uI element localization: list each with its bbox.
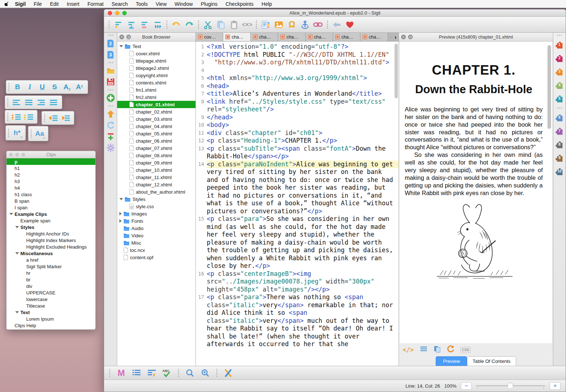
indent-button[interactable]: [59, 112, 72, 123]
clip-item-h3[interactable]: h3: [7, 178, 95, 185]
link-icon[interactable]: [312, 19, 324, 31]
align-justify-button[interactable]: [47, 97, 60, 108]
close-panel-icon[interactable]: ×: [119, 35, 124, 39]
menu-item-help[interactable]: Help: [262, 1, 272, 7]
clip-item-h1-class[interactable]: h1 class: [7, 191, 95, 198]
inspect-code-icon[interactable]: </>: [403, 346, 414, 353]
align-center-button[interactable]: [23, 97, 35, 108]
tree-item-chapter-06-xhtml[interactable]: chapter_06.xhtml: [117, 137, 195, 144]
tree-item-chapter-05-xhtml[interactable]: chapter_05.xhtml: [117, 130, 195, 137]
clips-title-bar[interactable]: Clips: [7, 151, 95, 158]
clip-item-highlight-anchor-ids[interactable]: Highlight Anchor IDs: [7, 230, 95, 237]
menu-item-checkpoints[interactable]: Checkpoints: [225, 1, 253, 7]
tree-item-chapter-10-xhtml[interactable]: chapter_10.xhtml: [117, 166, 195, 174]
expand-arrow-icon[interactable]: [15, 311, 19, 313]
code-line-4[interactable]: 4: [196, 67, 399, 75]
change-case-button[interactable]: Aa⌄: [33, 128, 46, 139]
code-text[interactable]: <p class="Heading-1">CHAPTER 1.</p>: [207, 137, 399, 145]
code-line-5[interactable]: 5<html xmlns="http://www.w3.org/1999/xht…: [196, 74, 399, 82]
code-line-9[interactable]: 9</head>: [196, 114, 399, 122]
tree-item-chapter-01-xhtml[interactable]: chapter_01.xhtml: [117, 101, 195, 108]
clip-item-h1[interactable]: h1: [7, 165, 95, 171]
drag-handle-icon[interactable]: [30, 128, 32, 139]
add-existing-files-icon[interactable]: [106, 94, 115, 102]
tree-item-chapter-12-xhtml[interactable]: chapter_12.xhtml: [117, 181, 195, 188]
new-epub2-icon[interactable]: 2: [106, 39, 115, 48]
clip-item-b-span[interactable]: B span: [7, 198, 95, 204]
code-line-11[interactable]: 11<div class="chapter" id="ch01">: [196, 129, 399, 137]
refresh-icon[interactable]: [447, 345, 455, 355]
clip-item-text[interactable]: Text: [7, 309, 95, 316]
validate-epub-icon[interactable]: [222, 367, 234, 379]
menu-app-name[interactable]: Sigil: [15, 1, 26, 7]
tree-item-titlepage2-xhtml[interactable]: titlepage2.xhtml: [117, 64, 195, 72]
delete-section-icon[interactable]: [139, 19, 150, 31]
plugin-9-icon[interactable]: 9: [554, 153, 565, 163]
code-text[interactable]: <?xml version="1.0" encoding="utf-8"?>: [207, 43, 399, 51]
tab-scroll-right-icon[interactable]: ›: [395, 34, 396, 40]
expand-arrow-icon[interactable]: [119, 45, 123, 47]
drag-handle-icon[interactable]: [7, 98, 9, 107]
code-line-6[interactable]: 6<head>: [196, 82, 399, 90]
cut-icon[interactable]: [202, 19, 214, 31]
insert-image-icon[interactable]: [273, 19, 285, 31]
find-replace-icon[interactable]: [199, 367, 211, 379]
code-line-3[interactable]: 3 "http://www.w3.org/TR/xhtml11/DTD/xhtm…: [196, 59, 399, 67]
menu-item-file[interactable]: File: [34, 1, 42, 7]
code-line-10[interactable]: 10<body>: [196, 121, 399, 129]
paste-icon[interactable]: [228, 19, 240, 31]
float-panel-icon[interactable]: [126, 35, 131, 39]
heading-menu-button[interactable]: h*⌄: [11, 127, 23, 138]
clip-item-clips-help[interactable]: Clips Help: [7, 322, 95, 329]
align-right-button[interactable]: [35, 97, 47, 108]
metadata-editor-icon[interactable]: M: [115, 367, 127, 379]
plugin-6-icon[interactable]: 6: [554, 112, 565, 123]
copy-icon[interactable]: [215, 19, 227, 31]
tree-item-chapter-04-xhtml[interactable]: chapter_04.xhtml: [117, 123, 195, 130]
undo-icon[interactable]: [170, 19, 182, 31]
edit-toc-icon[interactable]: [146, 367, 158, 379]
clip-item-hr[interactable]: hr: [7, 270, 95, 276]
code-view[interactable]: 1<?xml version="1.0" encoding="utf-8"?>2…: [196, 41, 399, 366]
menu-item-format[interactable]: Format: [87, 1, 103, 7]
zoom-slider-thumb[interactable]: [507, 383, 513, 389]
xml-check-icon[interactable]: <×>: [241, 19, 253, 31]
plugin-10-icon[interactable]: 10: [554, 166, 565, 177]
menu-item-plugins[interactable]: Plugins: [201, 1, 218, 7]
clip-item-sigil-split-marker[interactable]: Sigil Split Marker: [7, 263, 95, 270]
tree-item-content-opf[interactable]: content.opf: [117, 254, 195, 261]
expand-arrow-icon[interactable]: [119, 198, 123, 200]
clip-item-lorem-ipsum[interactable]: Lorem Ipsum: [7, 316, 95, 322]
code-text[interactable]: <p class="para">There was nothing so <sp…: [207, 293, 399, 348]
clip-item-example-clips[interactable]: Example Clips: [7, 211, 95, 217]
preview-horizontal-scrollbar[interactable]: [401, 320, 545, 323]
tree-item-fm1-xhtml[interactable]: fm1.xhtml: [117, 86, 195, 94]
tree-item-misc[interactable]: Misc: [117, 239, 195, 246]
plugin-1-icon[interactable]: 1: [554, 40, 565, 50]
back-arrow-icon[interactable]: [331, 19, 343, 31]
clip-item-lowercase[interactable]: lowercase: [7, 296, 95, 302]
generate-toc-icon[interactable]: [131, 367, 142, 379]
tree-item-images[interactable]: Images: [117, 210, 195, 217]
collapse-arrow-icon[interactable]: [119, 212, 122, 215]
preview-tab-table-of-contents[interactable]: Table Of Contents: [467, 356, 516, 366]
expand-arrow-icon[interactable]: [15, 252, 19, 254]
code-text[interactable]: <head>: [207, 82, 399, 90]
special-character-icon[interactable]: Ω: [286, 19, 298, 31]
code-text[interactable]: <!DOCTYPE html PUBLIC "-//W3C//DTD XHTML…: [207, 51, 399, 59]
editor-tab-1[interactable]: ×cha…: [223, 33, 250, 41]
editor-tab-5[interactable]: ×cha…: [333, 33, 360, 41]
clip-item-h2[interactable]: h2: [7, 171, 95, 178]
bold-button[interactable]: B: [11, 82, 24, 92]
collapse-arrow-icon[interactable]: [119, 219, 122, 223]
menu-item-tools[interactable]: Tools: [136, 1, 148, 7]
code-line-14[interactable]: 14<p class="paraNoIndent">Alice was begi…: [196, 161, 399, 215]
expand-arrow-icon[interactable]: [9, 213, 13, 215]
new-epub3-icon[interactable]: 3: [106, 50, 115, 59]
drag-handle-icon[interactable]: [7, 128, 10, 138]
code-line-13[interactable]: 13<p class="subTitle"><span class="fontA…: [196, 145, 399, 161]
clip-item-p[interactable]: p: [7, 158, 95, 165]
code-text[interactable]: <title>Alice’s Adventures in Wonderland<…: [207, 90, 399, 98]
code-text[interactable]: <p class="centerImageB"><img src="../Ima…: [207, 270, 399, 294]
menu-item-window[interactable]: Window: [175, 1, 193, 7]
